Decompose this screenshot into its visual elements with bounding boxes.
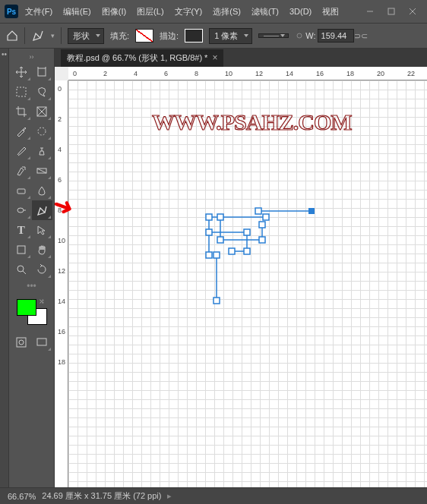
close-button[interactable] xyxy=(403,4,422,19)
svg-rect-5 xyxy=(38,68,46,76)
menu-select[interactable]: 选择(S) xyxy=(209,4,245,20)
svg-rect-1 xyxy=(388,8,394,14)
minimize-button[interactable] xyxy=(360,4,380,19)
svg-rect-37 xyxy=(308,208,315,214)
svg-rect-27 xyxy=(217,237,223,243)
svg-rect-36 xyxy=(255,208,261,214)
width-label: W: xyxy=(305,31,315,40)
svg-point-12 xyxy=(38,128,46,135)
svg-rect-14 xyxy=(17,189,25,194)
menu-image[interactable]: 图像(I) xyxy=(98,4,130,20)
document-tab[interactable]: 教程.psd @ 66.7% (形状 1, RGB/8#) * × xyxy=(61,49,223,67)
vertical-ruler[interactable]: 024681012141618 xyxy=(55,80,68,487)
stroke-size-select[interactable]: 1 像素 xyxy=(209,28,252,44)
lasso-tool[interactable] xyxy=(32,82,53,102)
menu-type[interactable]: 文字(Y) xyxy=(171,4,207,20)
move-tool[interactable] xyxy=(11,62,32,82)
svg-rect-34 xyxy=(214,252,220,258)
menu-file[interactable]: 文件(F) xyxy=(21,4,56,20)
swap-colors-icon[interactable]: ⤭ xyxy=(39,298,48,307)
horizontal-ruler[interactable]: 0246810121416182022 xyxy=(68,67,427,80)
rotate-view-tool[interactable] xyxy=(32,260,53,279)
panel-collapse-strip[interactable]: •• xyxy=(0,49,9,487)
screen-mode-icon[interactable] xyxy=(32,332,53,352)
clone-stamp-tool[interactable] xyxy=(32,141,53,161)
menu-3d[interactable]: 3D(D) xyxy=(286,5,315,18)
menu-layer[interactable]: 图层(L) xyxy=(133,4,167,20)
options-bar: ▾ 形状 填充: 描边: 1 像素 W: 159.44 ⊃⊂ xyxy=(0,23,427,49)
foreground-color[interactable] xyxy=(17,299,36,316)
eyedropper-tool[interactable] xyxy=(11,121,32,141)
svg-rect-25 xyxy=(206,252,212,258)
menu-filter[interactable]: 滤镜(T) xyxy=(248,4,283,20)
svg-point-18 xyxy=(17,266,24,272)
svg-rect-33 xyxy=(263,214,269,220)
shape-tool[interactable] xyxy=(11,240,32,260)
quick-mask-icon[interactable] xyxy=(11,332,32,352)
fill-label: 填充: xyxy=(110,30,129,42)
canvas[interactable]: WWW.PSAHZ.COM xyxy=(68,80,427,487)
svg-point-15 xyxy=(17,208,24,213)
marquee-tool[interactable] xyxy=(11,82,32,102)
home-icon[interactable] xyxy=(6,30,18,42)
svg-rect-26 xyxy=(217,214,223,220)
chain-icon[interactable]: ⊃⊂ xyxy=(356,30,366,41)
blur-tool[interactable] xyxy=(32,181,53,200)
zoom-level[interactable]: 66.67% xyxy=(8,492,36,501)
svg-rect-35 xyxy=(214,298,220,304)
svg-point-21 xyxy=(19,340,24,345)
pen-tool[interactable] xyxy=(32,200,53,220)
active-path[interactable] xyxy=(205,209,327,311)
svg-rect-23 xyxy=(206,214,212,220)
path-selection-tool[interactable] xyxy=(32,220,53,240)
eraser-tool[interactable] xyxy=(11,181,32,200)
stroke-style-select[interactable] xyxy=(258,33,289,38)
pen-tool-icon xyxy=(31,29,45,43)
watermark-text: WWW.PSAHZ.COM xyxy=(152,109,352,135)
svg-rect-30 xyxy=(229,248,235,254)
dodge-tool[interactable] xyxy=(11,200,32,220)
width-input[interactable]: 159.44 xyxy=(318,29,354,43)
stroke-label: 描边: xyxy=(160,30,179,42)
color-swatches[interactable]: ⤭ xyxy=(11,296,52,328)
artboard-tool[interactable] xyxy=(32,62,53,82)
ruler-origin[interactable] xyxy=(55,67,68,80)
title-bar: Ps 文件(F) 编辑(E) 图像(I) 图层(L) 文字(Y) 选择(S) 滤… xyxy=(0,0,427,23)
toolbox: ›› T ••• ⤭ xyxy=(9,49,55,487)
svg-rect-22 xyxy=(37,339,46,345)
svg-rect-24 xyxy=(206,229,212,235)
svg-rect-17 xyxy=(17,246,25,254)
svg-rect-32 xyxy=(259,237,265,243)
gradient-tool[interactable] xyxy=(32,161,53,181)
tool-mode-select[interactable]: 形状 xyxy=(68,28,104,44)
fill-swatch[interactable] xyxy=(135,29,153,43)
link-icon[interactable] xyxy=(295,31,304,40)
menu-view[interactable]: 视图 xyxy=(318,4,343,20)
svg-rect-20 xyxy=(17,338,26,347)
svg-rect-28 xyxy=(244,229,250,235)
svg-line-19 xyxy=(23,271,26,274)
app-logo: Ps xyxy=(5,5,18,18)
frame-tool[interactable] xyxy=(32,102,53,121)
hand-tool[interactable] xyxy=(32,240,53,260)
svg-rect-31 xyxy=(259,222,265,228)
svg-rect-29 xyxy=(244,248,250,254)
zoom-tool[interactable] xyxy=(11,260,32,279)
history-brush-tool[interactable] xyxy=(11,161,32,181)
crop-tool[interactable] xyxy=(11,102,32,121)
stroke-swatch[interactable] xyxy=(185,29,203,43)
tab-close-icon[interactable]: × xyxy=(212,52,217,63)
tab-title: 教程.psd @ 66.7% (形状 1, RGB/8#) * xyxy=(67,52,207,64)
menu-edit[interactable]: 编辑(E) xyxy=(59,4,95,20)
document-dimensions: 24.69 厘米 x 31.75 厘米 (72 ppi) xyxy=(42,490,161,502)
brush-tool[interactable] xyxy=(11,141,32,161)
status-bar: 66.67% 24.69 厘米 x 31.75 厘米 (72 ppi) ▸ xyxy=(0,487,427,504)
svg-rect-8 xyxy=(17,87,26,96)
tab-bar: 教程.psd @ 66.7% (形状 1, RGB/8#) * × xyxy=(55,49,427,67)
quick-select-tool[interactable] xyxy=(32,121,53,141)
type-tool[interactable]: T xyxy=(11,220,32,240)
maximize-button[interactable] xyxy=(381,4,401,19)
document-area: 教程.psd @ 66.7% (形状 1, RGB/8#) * × ‹‹ 024… xyxy=(55,49,427,487)
